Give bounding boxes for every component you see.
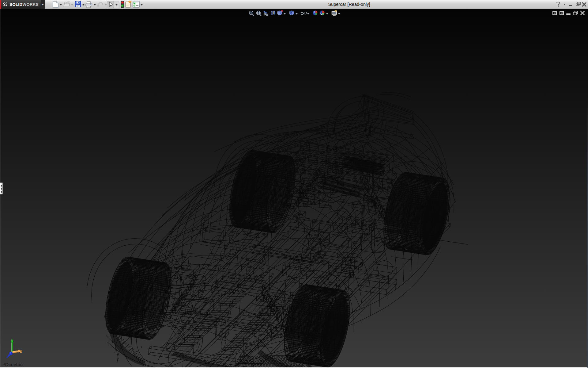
svg-text:X: X	[20, 350, 22, 354]
